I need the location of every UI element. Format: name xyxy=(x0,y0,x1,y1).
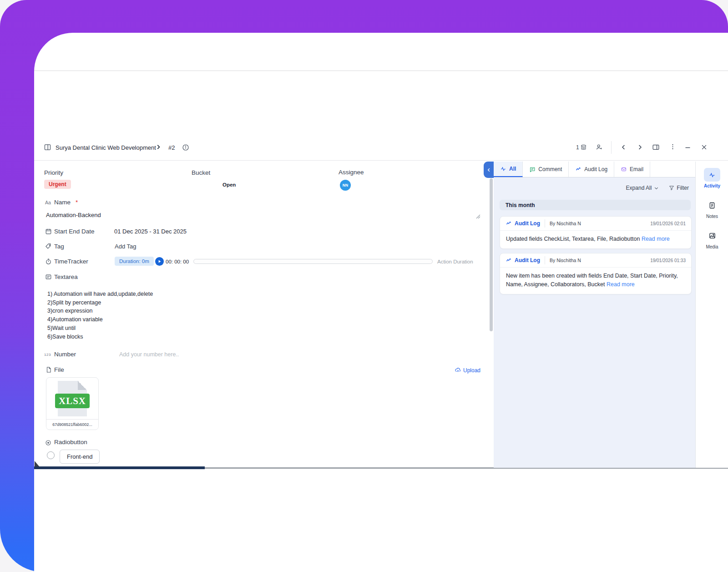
header-divider xyxy=(34,160,728,161)
audit-log-icon xyxy=(506,258,512,263)
horizontal-scrollbar-thumb[interactable] xyxy=(34,466,205,469)
textarea-line: 5)Wait until xyxy=(47,324,153,333)
nav-prev-icon[interactable] xyxy=(620,144,627,151)
textarea-line: 6)Save blocks xyxy=(47,333,153,341)
radio-option-circle[interactable] xyxy=(47,451,55,459)
audit-type: Audit Log xyxy=(506,257,540,263)
audit-log-entry[interactable]: Audit Log By Nischitha N 19/01/2026 02:0… xyxy=(500,216,692,249)
copies-count: 1 xyxy=(576,144,579,151)
activity-pulse-icon xyxy=(704,168,720,182)
close-icon[interactable] xyxy=(701,144,708,151)
audit-entry-header: Audit Log By Nischitha N 19/01/2026 01:3… xyxy=(500,253,691,268)
breadcrumb-project[interactable]: Surya Dental Clinic Web Development xyxy=(56,144,156,151)
assign-user-icon[interactable] xyxy=(595,143,603,151)
board-icon xyxy=(44,143,51,151)
controls-divider xyxy=(611,141,612,154)
number-icon: 123 xyxy=(44,353,51,357)
app-stage: Surya Dental Clinic Web Development #2 1… xyxy=(0,0,728,572)
tab-audit-log[interactable]: Audit Log xyxy=(569,162,614,177)
audit-entry-header: Audit Log By Nischitha N 19/01/2026 02:0… xyxy=(500,217,691,231)
vertical-scrollbar-thumb[interactable] xyxy=(490,178,493,331)
upload-button[interactable]: Upload xyxy=(463,367,480,374)
file-icon xyxy=(46,366,52,373)
filter-button[interactable]: Filter xyxy=(669,185,689,191)
priority-badge[interactable]: Urgent xyxy=(44,180,71,189)
expand-all-button[interactable]: Expand All xyxy=(626,185,659,191)
audit-body-text: Updated fields CheckList, Textarea, File… xyxy=(506,236,640,242)
rail-label-activity: Activity xyxy=(704,183,720,188)
textarea-line: 2)Split by percentage xyxy=(47,299,153,307)
start-end-date-value[interactable]: 01 Dec 2025 - 31 Dec 2025 xyxy=(114,228,187,235)
number-input[interactable] xyxy=(118,351,220,358)
expand-panel-icon[interactable] xyxy=(652,143,660,151)
tab-all[interactable]: All xyxy=(494,162,523,177)
rail-item-notes[interactable]: Notes xyxy=(696,198,728,219)
timer-value: 00: 00: 00 xyxy=(166,259,189,264)
more-options-icon[interactable] xyxy=(669,143,676,151)
audit-body: Updated fields CheckList, Textarea, File… xyxy=(500,231,691,248)
audit-body: New item has been created with fields En… xyxy=(500,268,691,294)
audit-header-divider xyxy=(545,219,545,228)
collapse-panel-button[interactable] xyxy=(484,162,494,178)
read-more-link[interactable]: Read more xyxy=(607,281,635,288)
tag-icon xyxy=(45,243,52,250)
radio-option-frontend[interactable]: Front-end xyxy=(60,450,100,464)
minimize-icon[interactable] xyxy=(684,144,692,151)
time-progress-bar[interactable] xyxy=(193,259,433,264)
audit-log-entry[interactable]: Audit Log By Nischitha N 19/01/2026 01:3… xyxy=(500,253,692,294)
right-rail: Activity Notes Media xyxy=(695,162,728,468)
rail-label-media: Media xyxy=(706,244,718,249)
play-button[interactable] xyxy=(155,257,164,266)
file-attachment-card[interactable]: XLSX 67d908521ffab6002... xyxy=(46,377,99,430)
nav-next-icon[interactable] xyxy=(637,144,643,151)
rail-item-activity[interactable]: Activity xyxy=(696,168,728,188)
file-name: 67d908521ffab6002... xyxy=(46,419,98,429)
audit-author: By Nischitha N xyxy=(550,221,581,226)
number-label: Number xyxy=(54,351,76,358)
layers-icon[interactable] xyxy=(580,143,587,151)
audit-author: By Nischitha N xyxy=(550,258,581,263)
file-thumbnail: XLSX xyxy=(58,381,87,416)
calendar-icon xyxy=(45,228,52,235)
read-more-link[interactable]: Read more xyxy=(642,236,670,242)
card-top-divider xyxy=(34,71,728,71)
action-duration-label: Action Duration xyxy=(437,259,473,264)
audit-body-text: New item has been created with fields En… xyxy=(506,273,678,288)
audit-type: Audit Log xyxy=(506,220,540,227)
bucket-value[interactable]: Open xyxy=(222,182,236,187)
info-icon[interactable] xyxy=(182,144,189,151)
expand-all-label: Expand All xyxy=(626,185,652,191)
text-field-icon: Aa xyxy=(45,200,51,205)
file-type-badge: XLSX xyxy=(55,394,90,408)
media-icon xyxy=(704,229,720,243)
chevron-right-icon xyxy=(155,144,162,150)
textarea-content[interactable]: 1) Automation will have add,update,delet… xyxy=(47,290,153,341)
tag-label: Tag xyxy=(54,243,64,250)
tab-email[interactable]: Email xyxy=(614,162,650,177)
textarea-icon xyxy=(45,273,52,280)
tab-comment[interactable]: Comment xyxy=(523,162,569,177)
resize-handle-icon[interactable] xyxy=(476,214,480,219)
pulse-icon xyxy=(500,166,506,172)
notes-icon xyxy=(704,198,720,212)
rail-item-media[interactable]: Media xyxy=(696,229,728,249)
file-label: File xyxy=(54,366,64,373)
name-value[interactable]: Automation-Backend xyxy=(46,212,101,218)
upload-cloud-icon xyxy=(455,367,461,373)
filter-label: Filter xyxy=(677,185,689,191)
tab-email-label: Email xyxy=(630,166,643,172)
rail-label-notes: Notes xyxy=(706,214,718,219)
assignee-label: Assignee xyxy=(339,169,364,176)
radiobutton-label: Radiobutton xyxy=(54,439,87,445)
comment-icon xyxy=(529,167,536,172)
add-tag-button[interactable]: Add Tag xyxy=(115,243,136,250)
name-label: Name xyxy=(54,199,71,206)
time-tracker-label: TimeTracker xyxy=(54,258,88,265)
textarea-line: 3)cron expression xyxy=(47,307,153,315)
audit-log-icon xyxy=(506,221,512,226)
stopwatch-icon xyxy=(45,258,52,265)
breadcrumb-item-id: #2 xyxy=(168,144,175,151)
assignee-avatar[interactable]: NN xyxy=(340,180,351,191)
start-end-date-label: Start End Date xyxy=(54,228,95,235)
activity-tabs: All Comment Audit Log Email xyxy=(494,162,695,177)
